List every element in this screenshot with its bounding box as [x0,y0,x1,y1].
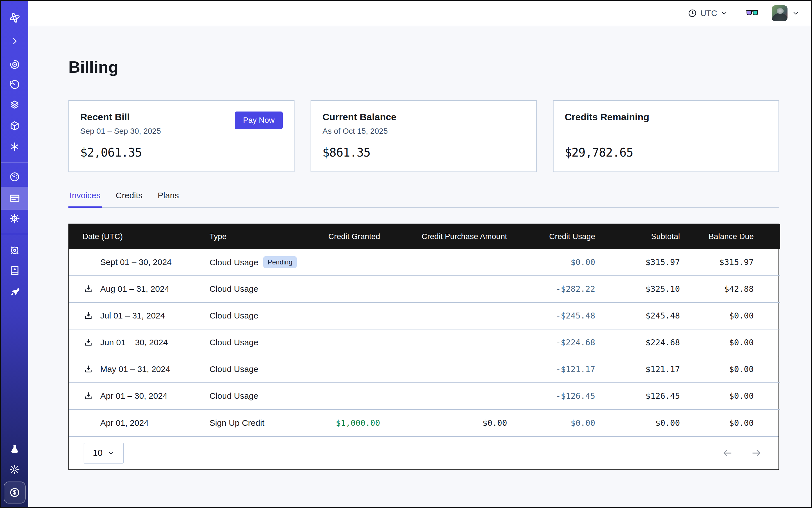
credit-granted-cell [316,302,380,329]
eye-spiral-icon [9,59,20,70]
flask-icon [9,444,20,455]
invoice-date: Aug 01 – 31, 2024 [100,284,169,294]
download-placeholder [84,258,100,267]
next-page-button[interactable] [751,448,762,458]
sidebar-item-support[interactable] [5,241,24,260]
sidebar-item-usage[interactable] [5,168,24,186]
sidebar-item-getting-started[interactable] [5,282,24,301]
sidebar-credits-button[interactable] [4,481,26,504]
download-icon [84,391,93,400]
sidebar-item-logo[interactable] [5,8,24,27]
layers-icon [9,100,20,111]
credit-usage-cell: $0.00 [507,410,596,436]
account-menu[interactable] [772,5,799,21]
download-invoice-button[interactable] [84,365,100,374]
page-size-select[interactable]: 10 [84,443,124,464]
download-invoice-button[interactable] [84,311,100,320]
subtotal-cell: $0.00 [596,410,680,436]
subtotal-cell: $245.48 [596,302,680,329]
user-avatar [772,5,787,21]
credit-granted-cell [316,329,380,356]
tab-plans[interactable]: Plans [157,190,180,208]
table-footer: 10 [69,436,778,469]
summary-cards: Recent Bill Sep 01 – Sep 30, 2025 Pay No… [69,100,779,172]
download-invoice-button[interactable] [84,338,100,347]
invoices-table: Date (UTC)TypeCredit GrantedCredit Purch… [69,223,779,470]
download-placeholder [84,418,100,427]
sidebar-item-packages[interactable] [5,117,24,135]
sidebar-item-observe[interactable] [5,55,24,74]
sidebar-expand-button[interactable] [5,32,24,50]
credit-purchase-cell [380,249,507,276]
invoice-type: Cloud Usage [210,391,258,400]
credit-purchase-cell [380,302,507,329]
column-header: Subtotal [596,224,680,249]
download-invoice-button[interactable] [84,391,100,400]
invoice-type: Cloud Usage [210,365,258,374]
column-header: Balance Due [680,224,780,249]
tab-credits[interactable]: Credits [115,190,143,208]
card-subtitle-spacer [565,127,649,136]
main-area: UTC Billing [28,1,811,507]
chevron-right-icon [10,36,19,46]
invoice-date: Jul 01 – 31, 2024 [100,311,165,321]
timezone-label: UTC [700,9,717,18]
card-title: Credits Remaining [565,112,649,123]
sidebar-divider [1,234,28,234]
column-header: Credit Granted [316,224,380,249]
timezone-selector[interactable]: UTC [686,8,729,18]
subtotal-cell: $126.45 [596,383,680,410]
credit-card-icon [9,193,20,204]
reader-mode-button[interactable] [746,9,759,17]
topbar: UTC [28,1,811,26]
invoice-type: Cloud Usage [210,284,258,293]
sidebar [1,1,28,507]
column-header: Credit Usage [507,224,596,249]
credit-purchase-cell [380,383,507,410]
download-invoice-button[interactable] [84,285,100,293]
table-row: Apr 01 – 30, 2024Cloud Usage-$126.45$126… [69,383,780,410]
card-title: Recent Bill [80,112,161,123]
sidebar-item-history[interactable] [5,76,24,94]
invoice-date: Apr 01 – 30, 2024 [100,391,168,401]
current-balance-card: Current Balance As of Oct 15, 2025 $861.… [310,100,537,172]
balance-due-cell: $315.97 [680,249,780,276]
sidebar-item-docs[interactable] [5,261,24,280]
credit-granted-cell [316,356,380,383]
sidebar-item-theme[interactable] [5,460,24,479]
sidebar-item-services[interactable] [5,137,24,156]
invoice-date: Sept 01 – 30, 2024 [100,257,172,267]
subtotal-cell: $121.17 [596,356,680,383]
billing-tabs: InvoicesCreditsPlans [69,190,779,208]
credit-purchase-cell: $0.00 [380,410,507,436]
asterisk-icon [9,141,20,152]
billing-page: Billing Recent Bill Sep 01 – Sep 30, 202… [28,26,811,507]
invoice-type: Cloud Usage [210,338,258,347]
pay-now-button[interactable]: Pay Now [235,112,283,129]
sidebar-item-billing[interactable] [5,189,24,208]
column-header: Credit Purchase Amount [380,224,507,249]
column-header: Date (UTC) [69,224,209,249]
tab-invoices[interactable]: Invoices [69,190,102,208]
prev-page-button[interactable] [722,448,733,458]
invoice-date: May 01 – 31, 2024 [100,365,170,374]
credit-granted-cell [316,383,380,410]
download-icon [84,311,93,320]
invoice-type: Cloud Usage [210,311,258,320]
recent-bill-amount: $2,061.35 [80,145,283,159]
timer-icon [9,79,20,90]
table-row: Apr 01, 2024Sign Up Credit$1,000.00$0.00… [69,410,780,436]
sidebar-item-layers[interactable] [5,96,24,114]
logo-orbit-icon [9,12,20,24]
credit-purchase-cell [380,329,507,356]
page-title: Billing [69,58,779,77]
sidebar-item-labs[interactable] [5,440,24,458]
rocket-icon [9,286,20,297]
invoice-date: Jun 01 – 30, 2024 [100,338,168,347]
credits-remaining-amount: $29,782.65 [565,145,767,159]
coin-badge-icon [9,486,20,499]
sidebar-item-settings[interactable] [5,209,24,228]
card-title: Current Balance [323,112,396,123]
chevron-down-icon [721,9,728,17]
download-icon [84,365,93,374]
